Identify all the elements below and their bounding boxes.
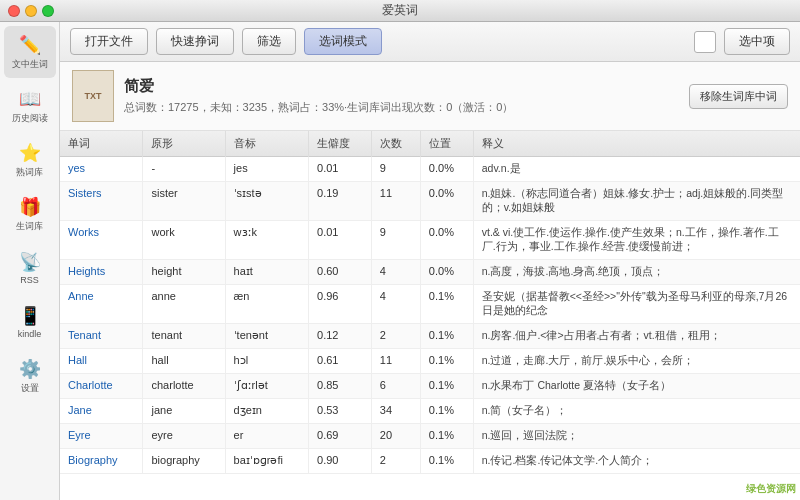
cell-base: work (143, 221, 225, 260)
cell-phonetic: dʒeɪn (225, 399, 308, 424)
word-table-wrapper[interactable]: 单词 原形 音标 生僻度 次数 位置 释义 yes - jes 0.01 9 0… (60, 131, 800, 500)
open-file-button[interactable]: 打开文件 (70, 28, 148, 55)
sidebar-item-label-familiar: 熟词库 (16, 166, 43, 179)
book-title: 简爱 (124, 77, 679, 96)
sidebar-item-familiar[interactable]: ⭐ 熟词库 (4, 134, 56, 186)
toolbar: 打开文件 快速挣词 筛选 选词模式 选中项 (60, 22, 800, 62)
close-button[interactable] (8, 5, 20, 17)
cell-phonetic: ˈtenənt (225, 324, 308, 349)
cell-word: yes (60, 157, 143, 182)
table-row[interactable]: yes - jes 0.01 9 0.0% adv.n.是 (60, 157, 800, 182)
word-table: 单词 原形 音标 生僻度 次数 位置 释义 yes - jes 0.01 9 0… (60, 131, 800, 474)
book-cover: TXT (72, 70, 114, 122)
sidebar-item-label-history: 历史阅读 (12, 112, 48, 125)
minimize-button[interactable] (25, 5, 37, 17)
kindle-icon: 📱 (19, 305, 41, 327)
content-area: 打开文件 快速挣词 筛选 选词模式 选中项 TXT 简爱 总词数：17275，未… (60, 22, 800, 500)
cell-def: n.高度，海拔.高地.身高.绝顶，顶点； (473, 260, 800, 285)
table-row[interactable]: Anne anne æn 0.96 4 0.1% 圣安妮（据基督教<<圣经>>"… (60, 285, 800, 324)
select-checkbox[interactable] (694, 31, 716, 53)
table-row[interactable]: Biography biography baɪˈɒɡrəfi 0.90 2 0.… (60, 449, 800, 474)
sidebar-item-kindle[interactable]: 📱 kindle (4, 296, 56, 348)
cell-base: hall (143, 349, 225, 374)
watermark: 绿色资源网 (746, 482, 796, 496)
cell-word: Anne (60, 285, 143, 324)
cell-count: 34 (371, 399, 420, 424)
cell-word: Biography (60, 449, 143, 474)
cell-phonetic: baɪˈɒɡrəfi (225, 449, 308, 474)
col-header-phonetic: 音标 (225, 131, 308, 157)
cell-phonetic: wɜːk (225, 221, 308, 260)
move-to-wordbank-button[interactable]: 移除生词库中词 (689, 84, 788, 109)
cell-count: 9 (371, 221, 420, 260)
cell-base: biography (143, 449, 225, 474)
sidebar-item-label-new-words: 生词库 (16, 220, 43, 233)
cell-base: charlotte (143, 374, 225, 399)
table-row[interactable]: Works work wɜːk 0.01 9 0.0% vt.& vi.使工作.… (60, 221, 800, 260)
cell-rare: 0.01 (309, 157, 372, 182)
cell-phonetic: er (225, 424, 308, 449)
table-row[interactable]: Heights height haɪt 0.60 4 0.0% n.高度，海拔.… (60, 260, 800, 285)
cell-pos: 0.1% (420, 285, 473, 324)
cell-count: 9 (371, 157, 420, 182)
cell-pos: 0.1% (420, 424, 473, 449)
cell-phonetic: ˈʃɑːrlət (225, 374, 308, 399)
col-header-def: 释义 (473, 131, 800, 157)
sidebar-item-history[interactable]: 📖 历史阅读 (4, 80, 56, 132)
cell-def: n.简（女子名）； (473, 399, 800, 424)
select-item-button[interactable]: 选中项 (724, 28, 790, 55)
cell-rare: 0.69 (309, 424, 372, 449)
cell-def: n.过道，走廊.大厅，前厅.娱乐中心，会所； (473, 349, 800, 374)
book-stats: 总词数：17275，未知：3235，熟词占：33%·生词库词出现次数：0（激活：… (124, 100, 679, 115)
book-info-bar: TXT 简爱 总词数：17275，未知：3235，熟词占：33%·生词库词出现次… (60, 62, 800, 131)
cell-pos: 0.0% (420, 157, 473, 182)
cell-word: Sisters (60, 182, 143, 221)
cell-word: Tenant (60, 324, 143, 349)
cell-rare: 0.01 (309, 221, 372, 260)
cell-def: n.姐妹.（称志同道合者）姐妹.修女.护士；adj.姐妹般的.同类型的；v.如姐… (473, 182, 800, 221)
cell-pos: 0.0% (420, 260, 473, 285)
cell-rare: 0.90 (309, 449, 372, 474)
select-mode-button[interactable]: 选词模式 (304, 28, 382, 55)
cell-rare: 0.53 (309, 399, 372, 424)
quick-lookup-button[interactable]: 快速挣词 (156, 28, 234, 55)
cell-base: eyre (143, 424, 225, 449)
table-row[interactable]: Hall hall hɔl 0.61 11 0.1% n.过道，走廊.大厅，前厅… (60, 349, 800, 374)
cell-count: 11 (371, 349, 420, 374)
cell-rare: 0.61 (309, 349, 372, 374)
cell-word: Heights (60, 260, 143, 285)
table-row[interactable]: Charlotte charlotte ˈʃɑːrlət 0.85 6 0.1%… (60, 374, 800, 399)
maximize-button[interactable] (42, 5, 54, 17)
sidebar-item-text-words[interactable]: ✏️ 文中生词 (4, 26, 56, 78)
cell-rare: 0.19 (309, 182, 372, 221)
sidebar-item-label-rss: RSS (20, 275, 39, 285)
sidebar-item-new-words[interactable]: 🎁 生词库 (4, 188, 56, 240)
book-details: 简爱 总词数：17275，未知：3235，熟词占：33%·生词库词出现次数：0（… (124, 77, 679, 115)
filter-button[interactable]: 筛选 (242, 28, 296, 55)
table-row[interactable]: Jane jane dʒeɪn 0.53 34 0.1% n.简（女子名）； (60, 399, 800, 424)
col-header-rare: 生僻度 (309, 131, 372, 157)
table-row[interactable]: Tenant tenant ˈtenənt 0.12 2 0.1% n.房客.佃… (60, 324, 800, 349)
cell-pos: 0.1% (420, 449, 473, 474)
cell-pos: 0.0% (420, 182, 473, 221)
cell-base: height (143, 260, 225, 285)
cell-pos: 0.1% (420, 349, 473, 374)
table-header-row: 单词 原形 音标 生僻度 次数 位置 释义 (60, 131, 800, 157)
cell-count: 4 (371, 260, 420, 285)
window-title: 爱英词 (382, 2, 418, 19)
table-row[interactable]: Eyre eyre er 0.69 20 0.1% n.巡回，巡回法院； (60, 424, 800, 449)
cell-phonetic: jes (225, 157, 308, 182)
table-row[interactable]: Sisters sister ˈsɪstə 0.19 11 0.0% n.姐妹.… (60, 182, 800, 221)
cell-base: sister (143, 182, 225, 221)
window-controls[interactable] (8, 5, 54, 17)
cell-word: Works (60, 221, 143, 260)
cell-base: tenant (143, 324, 225, 349)
cell-def: adv.n.是 (473, 157, 800, 182)
sidebar-item-rss[interactable]: 📡 RSS (4, 242, 56, 294)
cell-def: n.传记.档案.传记体文学.个人简介； (473, 449, 800, 474)
sidebar-item-settings[interactable]: ⚙️ 设置 (4, 350, 56, 402)
cell-count: 4 (371, 285, 420, 324)
cell-phonetic: ˈsɪstə (225, 182, 308, 221)
cell-word: Charlotte (60, 374, 143, 399)
new-words-icon: 🎁 (19, 196, 41, 218)
